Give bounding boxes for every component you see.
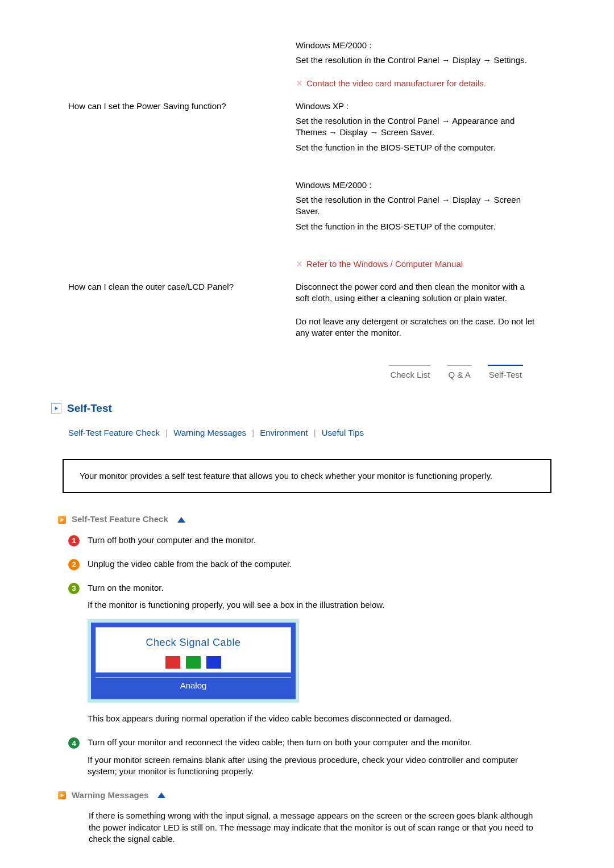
note-windows-manual: ✕Refer to the Windows / Computer Manual: [296, 258, 540, 270]
anchor-links: Self-Test Feature Check | Warning Messag…: [68, 427, 580, 439]
after-box-text: This box appears during normal operation…: [88, 713, 540, 724]
top-triangle-icon[interactable]: [177, 517, 185, 523]
signal-cable-illustration: Check Signal Cable Analog: [88, 619, 299, 703]
answer-clean-1: Disconnect the power cord and then clean…: [296, 281, 540, 304]
step-2-icon: 2: [68, 559, 80, 570]
step-1-text: Turn off both your computer and the moni…: [88, 535, 540, 546]
step-3-icon: 3: [68, 583, 80, 594]
step-2-text: Unplug the video cable from the back of …: [88, 558, 540, 570]
anchor-useful-tips[interactable]: Useful Tips: [322, 428, 364, 437]
subhead-stfc: Self-Test Feature Check: [72, 514, 168, 525]
tab-qa[interactable]: Q & A: [447, 365, 471, 384]
note-box: Your monitor provides a self test featur…: [63, 459, 551, 493]
answer-xp-line1: Windows XP :: [296, 101, 540, 112]
signal-footer: Analog: [96, 677, 291, 695]
tab-check-list[interactable]: Check List: [389, 365, 431, 384]
red-swatch: [165, 656, 180, 669]
tab-self-test[interactable]: Self-Test: [488, 365, 523, 384]
arrow-bullet-icon: [51, 403, 61, 414]
step-3-text: Turn on the monitor.: [88, 582, 540, 594]
top-triangle-icon[interactable]: [157, 792, 165, 798]
answer-prev-me2000-line2: Set the resolution in the Control Panel …: [296, 55, 540, 66]
section-title: Self-Test: [67, 401, 112, 416]
anchor-environment[interactable]: Environment: [260, 428, 308, 437]
orange-bullet-icon: [58, 791, 66, 799]
answer-me-line1: Windows ME/2000 :: [296, 180, 540, 191]
question-clean-case: How can I clean the outer case/LCD Panel…: [68, 281, 284, 293]
answer-xp-line2: Set the resolution in the Control Panel …: [296, 115, 540, 139]
signal-title: Check Signal Cable: [96, 636, 291, 649]
anchor-warning-messages[interactable]: Warning Messages: [173, 428, 246, 437]
step-4b-text: If your monitor screen remains blank aft…: [88, 754, 540, 778]
note-x-icon: ✕: [296, 78, 303, 89]
step-1-icon: 1: [68, 535, 80, 546]
orange-bullet-icon: [58, 516, 66, 524]
note-x-icon: ✕: [296, 258, 303, 270]
svg-marker-2: [61, 794, 64, 797]
svg-marker-0: [55, 407, 59, 410]
answer-prev-me2000-line1: Windows ME/2000 :: [296, 40, 540, 51]
tab-strip: Check List Q & A Self-Test: [34, 365, 580, 384]
answer-xp-line3: Set the function in the BIOS-SETUP of th…: [296, 142, 540, 153]
answer-me-line3: Set the function in the BIOS-SETUP of th…: [296, 221, 540, 232]
answer-clean-2: Do not leave any detergent or scratches …: [296, 316, 540, 339]
step-4a-text: Turn off your monitor and reconnect the …: [88, 737, 540, 748]
blue-swatch: [206, 656, 221, 669]
subhead-warning: Warning Messages: [72, 790, 148, 801]
step-3-followup: If the monitor is functioning properly, …: [88, 599, 540, 611]
anchor-self-test-feature[interactable]: Self-Test Feature Check: [68, 428, 160, 437]
green-swatch: [186, 656, 201, 669]
question-power-saving: How can I set the Power Saving function?: [68, 101, 284, 112]
step-4-icon: 4: [68, 737, 80, 749]
answer-me-line2: Set the resolution in the Control Panel …: [296, 194, 540, 218]
svg-marker-1: [61, 518, 64, 521]
note-videocard: ✕Contact the video card manufacturer for…: [296, 78, 540, 89]
warning-text: If there is something wrong with the inp…: [89, 810, 540, 845]
